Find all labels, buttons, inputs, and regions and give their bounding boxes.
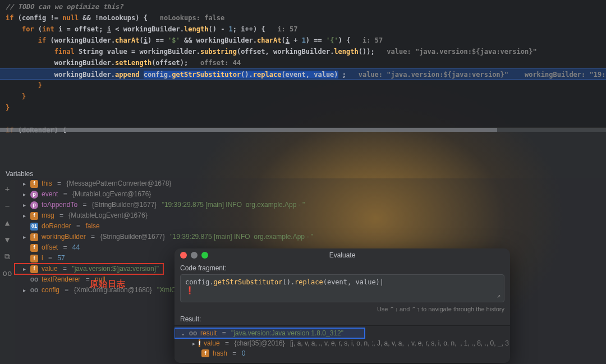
chevron-right-icon[interactable]: ▸: [21, 264, 27, 274]
code-line: final String value = workingBuilder.subs…: [0, 46, 606, 57]
var-type-icon: oo: [30, 287, 38, 294]
var-name: msg: [42, 210, 54, 221]
code-line: [0, 113, 606, 125]
variable-row[interactable]: ▸fthis = {MessagePatternConverter@1678}: [15, 178, 606, 189]
var-name: config: [42, 285, 59, 296]
scroll-thumb[interactable]: [0, 128, 497, 132]
chevron-right-icon[interactable]: ▸: [21, 200, 27, 210]
var-name: textRenderer: [42, 274, 80, 285]
chevron-down-icon[interactable]: ⌄: [180, 330, 186, 337]
variable-row[interactable]: ▸ptoAppendTo = {StringBuilder@1677} "19:…: [15, 200, 606, 210]
dialog-title: Evaluate: [175, 251, 510, 259]
var-name: value: [42, 264, 58, 274]
var-name: doRender: [42, 221, 71, 232]
variables-title: Variables: [6, 170, 33, 178]
chevron-right-icon[interactable]: ▸: [21, 285, 27, 296]
var-type-icon: p: [30, 191, 38, 199]
chevron-right-icon[interactable]: ▸: [21, 178, 27, 189]
field-icon: f: [199, 339, 200, 347]
var-name: i: [42, 253, 43, 264]
var-type-icon: p: [30, 201, 38, 209]
chevron-right-icon[interactable]: ▸: [21, 189, 27, 200]
result-value: "java.version:Java version 1.8.0_312": [231, 329, 343, 337]
watch-down-button[interactable]: ▼: [2, 234, 12, 245]
code-fragment-input[interactable]: config.getStrSubstitutor().replace(event…: [180, 274, 504, 302]
var-name: toAppendTo: [42, 200, 77, 210]
overlay-annotation-original-log: 原始日志: [90, 279, 126, 289]
var-type-icon: f: [30, 255, 38, 262]
variable-row[interactable]: ▸fmsg = {MutableLogEvent@1676}: [15, 210, 606, 221]
code-line: if (workingBuilder.charAt(i) == '$' && w…: [0, 35, 606, 46]
var-type-icon: f: [30, 233, 38, 241]
variable-row[interactable]: ▸pevent = {MutableLogEvent@1676}: [15, 189, 606, 200]
code-line: }: [0, 102, 606, 113]
code-fragment-label: Code fragment:: [180, 264, 504, 272]
var-type-icon: 01: [30, 223, 38, 231]
var-type-icon: f: [30, 212, 38, 220]
code-line: // TODO can we optimize this?: [0, 1, 606, 12]
variable-row[interactable]: ▸fvalue = "java.version:${java:version}": [15, 264, 163, 274]
result-type-icon: oo: [189, 329, 197, 337]
chevron-right-icon[interactable]: ▸: [21, 232, 27, 242]
result-tree[interactable]: ⌄ oo result = "java.version:Java version…: [175, 325, 510, 363]
var-type-icon: f: [30, 180, 38, 188]
dialog-titlebar[interactable]: Evaluate: [175, 248, 510, 262]
var-type-icon: f: [30, 265, 38, 273]
duplicate-watch-button[interactable]: ⧉: [2, 251, 12, 261]
chevron-right-icon[interactable]: ▸: [21, 210, 27, 221]
add-watch-button[interactable]: +: [2, 184, 12, 194]
history-hint: Use ⌃↓ and ⌃↑ to navigate through the hi…: [180, 302, 504, 315]
var-name: this: [42, 178, 52, 189]
watches-link-icon[interactable]: oo: [2, 268, 12, 278]
code-line: workingBuilder.setLength(offset); offset…: [0, 57, 606, 68]
variable-row[interactable]: 01doRender = false: [15, 221, 606, 232]
evaluate-dialog[interactable]: Evaluate Code fragment: config.getStrSub…: [175, 248, 510, 363]
expand-icon[interactable]: ↗: [497, 292, 501, 300]
watch-up-button[interactable]: ▲: [2, 218, 12, 228]
code-line: if (config != null && !noLookups) { noLo…: [0, 12, 606, 24]
error-icon: ❗: [185, 286, 194, 294]
result-root-row[interactable]: ⌄ oo result = "java.version:Java version…: [175, 328, 365, 338]
code-line: }: [0, 91, 606, 102]
result-child-hash[interactable]: f hash = 0: [175, 348, 510, 358]
remove-watch-button[interactable]: −: [2, 201, 12, 211]
code-editor[interactable]: // TODO can we optimize this? if (config…: [0, 0, 606, 132]
code-line-current: workingBuilder.append config.getStrSubst…: [0, 68, 606, 80]
editor-h-scrollbar[interactable]: [0, 127, 606, 132]
result-label: Result:: [180, 315, 504, 323]
field-icon: f: [201, 349, 209, 357]
code-line: for (int i = offset; i < workingBuilder.…: [0, 24, 606, 35]
var-name: event: [42, 189, 58, 200]
code-line: }: [0, 80, 606, 91]
var-type-icon: oo: [30, 276, 38, 284]
var-name: offset: [42, 242, 58, 253]
result-child-value[interactable]: ▸ f value = {char[35]@2016} [j, a, v, a,…: [175, 338, 510, 348]
variable-row[interactable]: ▸fworkingBuilder = {StringBuilder@1677} …: [15, 232, 606, 242]
variables-gutter: + − ▲ ▼ ⧉ oo: [0, 178, 15, 278]
var-type-icon: f: [30, 244, 38, 252]
var-name: workingBuilder: [42, 232, 86, 242]
chevron-right-icon[interactable]: ▸: [192, 340, 195, 347]
result-name: result: [200, 329, 217, 337]
